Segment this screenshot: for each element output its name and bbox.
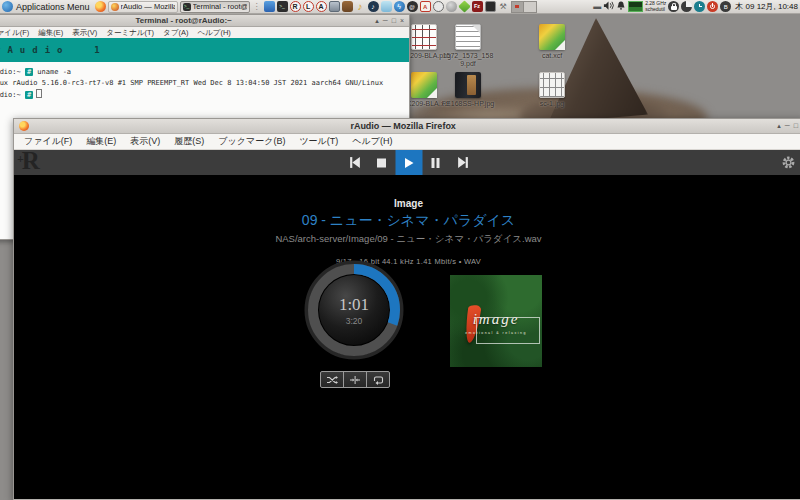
- menu-history[interactable]: 履歴(S): [174, 135, 204, 148]
- a-app-icon[interactable]: A: [316, 1, 327, 12]
- firefox-icon: [19, 121, 29, 131]
- menu-view[interactable]: 表示(V): [130, 135, 160, 148]
- taskbar-button-terminal[interactable]: >_ Terminal - root@rA…: [180, 1, 250, 13]
- terminal-menubar: ファイル(F) 編集(E) 表示(V) ターミナル(T) タブ(A) ヘルプ(H…: [0, 27, 409, 38]
- lightning-app-icon[interactable]: ϟ: [394, 1, 405, 12]
- firefox-launcher-icon[interactable]: [95, 1, 106, 12]
- power-button-icon[interactable]: [707, 1, 718, 12]
- applications-menu-icon[interactable]: [2, 1, 13, 12]
- menu-file[interactable]: ファイル(F): [0, 28, 29, 38]
- timer-clock-icon[interactable]: [694, 1, 705, 12]
- firefox-menubar: ファイル(F) 編集(E) 表示(V) 履歴(S) ブックマーク(B) ツール(…: [14, 134, 800, 150]
- track-details: 9/17 • 16 bit 44.1 kHz 1.41 Mbit/s • WAV: [14, 257, 800, 266]
- maximize-window-button[interactable]: □: [794, 122, 798, 130]
- album-art[interactable]: image emotional & relaxing: [450, 275, 542, 367]
- search-magnifier-icon[interactable]: [433, 1, 444, 12]
- screen-lock-icon[interactable]: [668, 1, 679, 12]
- pdf-document-icon: [455, 24, 481, 50]
- pause-button[interactable]: [422, 150, 449, 175]
- maximize-window-button[interactable]: □: [392, 17, 396, 25]
- playback-mode-buttons: [320, 371, 390, 388]
- track-title[interactable]: 09 - ニュー・シネマ・パラダイス: [14, 212, 800, 230]
- photo-thumbnail-icon: [455, 72, 481, 98]
- play-button[interactable]: [395, 150, 422, 175]
- applications-menu-button[interactable]: Applications Menu: [16, 2, 90, 12]
- stop-button[interactable]: [368, 150, 395, 175]
- repeat-icon: [372, 375, 384, 385]
- minimize-window-button[interactable]: ─: [785, 122, 790, 130]
- single-button[interactable]: [344, 372, 367, 387]
- terminal-cursor: [36, 89, 42, 98]
- music-note-icon[interactable]: ♪: [355, 1, 366, 12]
- workspace-2[interactable]: [524, 2, 536, 12]
- cpu-frequency-monitor[interactable]: 2.28 GHz schedutil: [628, 1, 666, 12]
- next-track-button[interactable]: [449, 150, 476, 175]
- terminal-output-area[interactable]: rAudio 1 rAudio:~ # uname -a Linux rAudi…: [0, 38, 409, 101]
- terminal-titlebar[interactable]: Terminal - root@rAudio:~ ▴ ─ □ ×: [0, 15, 409, 27]
- typed-command: uname -a: [33, 68, 71, 76]
- at-app-icon[interactable]: @: [407, 1, 418, 12]
- green-cube-icon[interactable]: [458, 0, 470, 12]
- menu-help[interactable]: ヘルプ(H): [197, 28, 230, 38]
- track-file-path: NAS/arch-server/Image/09 - ニュー・シネマ・パラダイス…: [14, 233, 800, 246]
- desktop-icon-sc1-jpg[interactable]: sc-1.jpg: [524, 72, 580, 108]
- album-art-subtitle: emotional & relaxing: [450, 331, 542, 335]
- music-player-icon[interactable]: ♪: [368, 1, 379, 12]
- pdf-reader-icon[interactable]: A: [420, 1, 431, 12]
- disk-usage-icon[interactable]: [681, 1, 692, 12]
- menu-tabs[interactable]: タブ(A): [163, 28, 188, 38]
- close-window-button[interactable]: ×: [400, 17, 404, 25]
- raudio-banner: rAudio 1: [0, 38, 409, 62]
- terminal-window-title: Terminal - root@rAudio:~: [0, 16, 375, 25]
- next-icon: [456, 156, 469, 169]
- panel-clock[interactable]: 木 09 12月, 10:48: [735, 1, 798, 12]
- shade-window-button[interactable]: ▴: [375, 17, 379, 25]
- panel-separator: ⋮: [252, 2, 262, 11]
- battery-status-icon[interactable]: ▬: [593, 2, 601, 11]
- album-name: Image: [14, 175, 800, 209]
- taskbar-button-firefox[interactable]: rAudio — Mozilla Fi…: [108, 1, 178, 13]
- repeat-button[interactable]: [367, 372, 389, 387]
- firefox-titlebar[interactable]: rAudio — Mozilla Firefox ▴ ─ □: [14, 119, 800, 134]
- menu-bookmarks[interactable]: ブックマーク(B): [218, 135, 285, 148]
- play-icon: [403, 157, 415, 169]
- l-app-icon[interactable]: L: [303, 1, 314, 12]
- monitor-icon[interactable]: [485, 1, 496, 12]
- desktop-icon-pdf[interactable]: 1572_1573_1589.pdf: [440, 24, 496, 67]
- clock-app-icon[interactable]: [446, 1, 457, 12]
- desktop-icon-label: 1572_1573_1589.pdf: [440, 52, 496, 67]
- menu-terminal[interactable]: ターミナル(T): [106, 28, 154, 38]
- player-content: Image 09 - ニュー・シネマ・パラダイス NAS/arch-server…: [14, 175, 800, 499]
- taskbar-button-label: rAudio — Mozilla Fi…: [121, 2, 175, 11]
- r-app-icon[interactable]: R: [290, 1, 301, 12]
- prompt-symbol: #: [25, 68, 33, 76]
- menu-help[interactable]: ヘルプ(H): [352, 135, 392, 148]
- file-manager-icon[interactable]: [264, 1, 275, 12]
- b-tray-icon[interactable]: B: [720, 1, 731, 12]
- audio-app-icon[interactable]: [342, 1, 353, 12]
- shell-prompt: rAudio:~: [0, 68, 25, 76]
- workspace-pager[interactable]: [511, 1, 537, 13]
- menu-edit[interactable]: 編集(E): [86, 135, 116, 148]
- cat-app-icon[interactable]: [381, 1, 392, 12]
- volume-icon[interactable]: [603, 0, 614, 13]
- shade-window-button[interactable]: ▴: [777, 122, 781, 130]
- desktop-icon-label: sc-1.jpg: [524, 100, 580, 108]
- previous-track-button[interactable]: [341, 150, 368, 175]
- workspace-1[interactable]: [512, 2, 525, 12]
- terminal-launcher-icon[interactable]: >_: [277, 1, 288, 12]
- shuffle-button[interactable]: [321, 372, 344, 387]
- filezilla-icon[interactable]: Fz: [472, 1, 483, 12]
- menu-view[interactable]: 表示(V): [72, 28, 97, 38]
- printer-icon[interactable]: [329, 1, 340, 12]
- desktop-icon-cat-xcf[interactable]: cat.xcf: [524, 24, 580, 60]
- desktop-icon-speaker-photo[interactable]: FE168SS-HP.jpg: [440, 72, 496, 108]
- wrench-settings-icon[interactable]: ⚒: [498, 1, 509, 12]
- minimize-window-button[interactable]: ─: [383, 17, 388, 25]
- shell-prompt: rAudio:~: [0, 91, 25, 99]
- notification-bell-icon[interactable]: [616, 0, 626, 13]
- progress-knob[interactable]: 1:01 3:20: [304, 260, 404, 360]
- menu-tools[interactable]: ツール(T): [299, 135, 338, 148]
- settings-button[interactable]: [780, 154, 797, 171]
- menu-edit[interactable]: 編集(E): [38, 28, 63, 38]
